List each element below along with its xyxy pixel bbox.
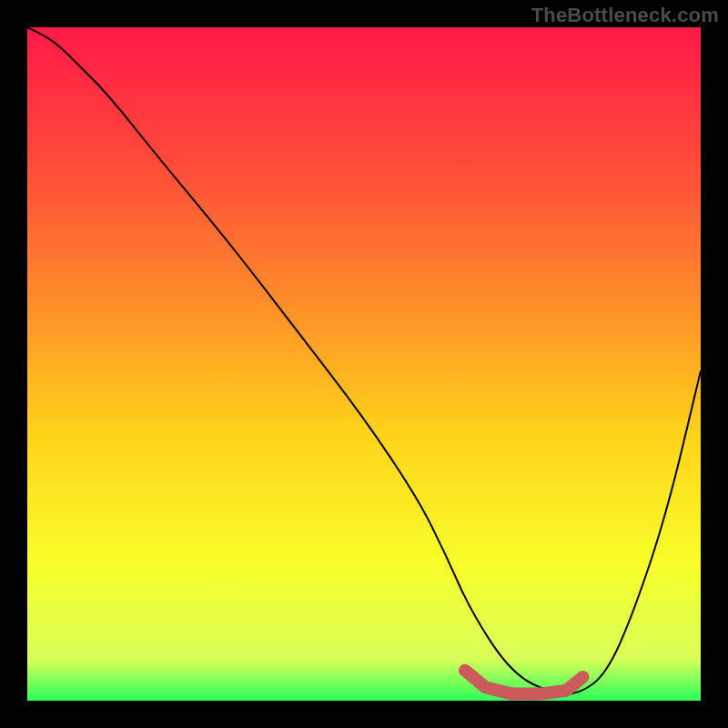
bottleneck-chart [0, 0, 728, 728]
gradient-background [27, 27, 701, 701]
chart-container: TheBottleneck.com [0, 0, 728, 728]
watermark-text: TheBottleneck.com [531, 4, 719, 27]
